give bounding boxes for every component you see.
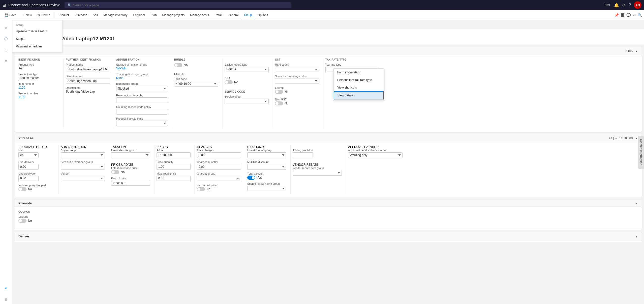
purchase-section: Purchase ea | -- | 11,700.00 ▲ PURCHASE … xyxy=(14,134,642,197)
reservation-hierarchy-input[interactable] xyxy=(116,97,168,103)
search2-icon[interactable]: 🔍 xyxy=(638,13,642,17)
view-shortcuts-item[interactable]: View shortcuts xyxy=(334,84,384,91)
pricing-precision-input[interactable] xyxy=(293,152,313,158)
sell-btn[interactable]: Sell xyxy=(90,11,100,19)
delete-icon: 🗑 xyxy=(37,13,40,17)
search-bar[interactable]: 🔍 xyxy=(65,2,291,8)
vendor-select[interactable] xyxy=(61,176,105,181)
multiline-discount-select[interactable] xyxy=(247,164,286,170)
search-input[interactable] xyxy=(73,3,288,7)
counting-reason-input[interactable] xyxy=(116,109,168,115)
related-information-panel[interactable]: Related information xyxy=(638,135,644,168)
underdelivery-input[interactable] xyxy=(18,176,39,181)
exclude-toggle[interactable] xyxy=(18,219,26,223)
purchase-collapse-icon[interactable]: ▲ xyxy=(635,136,638,140)
search-name-input[interactable] xyxy=(66,78,110,84)
page-title: 1105 : Southridge Video Laptop12 M1201 xyxy=(17,36,639,42)
view-details-item[interactable]: View details xyxy=(334,91,384,99)
payment-schedules-item[interactable]: Payment schedules xyxy=(12,43,62,50)
approved-vendor-select[interactable]: Warning only xyxy=(348,152,403,158)
non-gst-toggle[interactable] xyxy=(275,101,283,105)
star-icon[interactable]: ☆ xyxy=(2,23,11,32)
new-btn[interactable]: ＋ New xyxy=(19,11,34,19)
scripts-item[interactable]: Scripts xyxy=(12,35,62,43)
manage-projects-btn[interactable]: Manage projects xyxy=(160,11,187,19)
charges-group-select[interactable] xyxy=(197,176,241,181)
office-icon[interactable]: 🅾 xyxy=(621,13,624,17)
item-model-group-field: Item model group Stocked xyxy=(116,82,168,91)
price-charges-input[interactable] xyxy=(197,152,241,158)
pin-icon[interactable]: 📌 xyxy=(615,13,619,17)
intercompany-toggle[interactable] xyxy=(18,187,26,191)
dsa-toggle[interactable] xyxy=(225,80,233,84)
menu-icon[interactable]: ☰ xyxy=(2,295,11,304)
options-btn[interactable]: Options xyxy=(255,11,270,19)
supplementary-item-select[interactable] xyxy=(247,186,286,191)
setup-btn[interactable]: Setup xyxy=(241,11,254,19)
manage-costs-btn[interactable]: Manage costs xyxy=(188,11,211,19)
collapse-icon[interactable]: ▲ xyxy=(635,49,638,53)
filter-icon[interactable]: ▼ xyxy=(2,284,11,293)
mail-icon[interactable]: ✉ xyxy=(633,13,636,17)
engineer-btn[interactable]: Engineer xyxy=(131,11,148,19)
bell-icon[interactable]: 🔔 xyxy=(614,3,619,8)
app-grid-icon[interactable]: ⊞ xyxy=(3,3,6,8)
approved-vendor-check-field: Approved vendor check method Warning onl… xyxy=(348,149,403,158)
hsn-codes-select[interactable] xyxy=(275,67,319,72)
overdelivery-input[interactable] xyxy=(18,164,39,170)
save-btn[interactable]: 💾 Save xyxy=(2,11,19,19)
promote-collapse-icon[interactable]: ▲ xyxy=(635,202,638,205)
plan-btn[interactable]: Plan xyxy=(148,11,159,19)
setup-label: Setup xyxy=(12,22,62,27)
setup-submenu: Setup Up-sell/cross-sell setup Scripts P… xyxy=(12,20,63,52)
description-field: Description Southridge Video Lap xyxy=(66,86,110,93)
breadcrumb[interactable]: Released product details xyxy=(17,31,639,35)
general-section-header[interactable]: General 1105 ▲ xyxy=(14,47,642,55)
exempt-toggle[interactable] xyxy=(275,90,283,94)
service-code-select[interactable] xyxy=(225,99,269,104)
recent-icon[interactable]: 🕐 xyxy=(2,34,11,43)
buyer-group-select[interactable] xyxy=(61,152,105,158)
manage-inventory-btn[interactable]: Manage inventory xyxy=(101,11,130,19)
product-name-input[interactable] xyxy=(66,67,110,72)
latest-purchase-toggle[interactable] xyxy=(111,170,119,174)
prices-group: PRICES Price Price quantity Max. retail … xyxy=(155,145,195,194)
modules-icon[interactable]: ⊞ xyxy=(2,45,11,54)
incl-unit-toggle[interactable] xyxy=(197,187,205,191)
tariff-code-select[interactable]: 4409 10 20 xyxy=(174,81,218,87)
purchase-btn[interactable]: Purchase xyxy=(72,11,90,19)
date-of-price-input[interactable] xyxy=(111,180,150,186)
deliver-section-header[interactable]: Deliver ▲ xyxy=(14,232,642,240)
price-quantity-input[interactable] xyxy=(157,164,191,170)
excise-record-type-select[interactable]: RG23A xyxy=(225,67,269,72)
delete-btn[interactable]: 🗑 Delete xyxy=(35,11,53,19)
chat-icon[interactable]: 💬 xyxy=(626,13,631,17)
total-discount-toggle[interactable] xyxy=(247,176,255,180)
item-model-group-select[interactable]: Stocked xyxy=(116,86,168,91)
upsell-item[interactable]: Up-sell/cross-sell setup xyxy=(12,27,62,35)
list-icon[interactable]: ≡ xyxy=(2,57,11,66)
retail-btn[interactable]: Retail xyxy=(212,11,225,19)
unit-select[interactable]: ea xyxy=(18,152,39,158)
purchase-section-header[interactable]: Purchase ea | -- | 11,700.00 ▲ xyxy=(14,134,642,142)
deliver-collapse-icon[interactable]: ▲ xyxy=(635,235,638,238)
help-icon[interactable]: ? xyxy=(629,3,631,7)
underdelivery-field: Underdelivery xyxy=(18,172,54,181)
promote-section-header[interactable]: Promote ▲ xyxy=(14,199,642,207)
item-sales-tax-select[interactable] xyxy=(111,152,150,158)
price-input[interactable] xyxy=(157,152,191,158)
max-retail-price-input[interactable] xyxy=(157,176,191,181)
service-accounting-select[interactable] xyxy=(275,78,319,84)
general-btn[interactable]: General xyxy=(225,11,241,19)
item-price-tolerance-select[interactable] xyxy=(61,164,105,170)
charges-quantity-input[interactable] xyxy=(197,164,241,170)
form-information-item[interactable]: Form information xyxy=(334,69,384,76)
product-btn[interactable]: Product xyxy=(56,11,71,19)
line-discount-select[interactable] xyxy=(247,152,286,158)
personalize-item[interactable]: Personalize: Tax rate type xyxy=(334,76,384,84)
settings-icon[interactable]: ⚙ xyxy=(622,3,626,8)
bundle-toggle[interactable] xyxy=(174,63,182,67)
vendor-rebate-select[interactable] xyxy=(293,170,342,176)
product-lifecycle-select[interactable] xyxy=(116,121,168,126)
user-avatar[interactable]: AD xyxy=(634,1,641,9)
